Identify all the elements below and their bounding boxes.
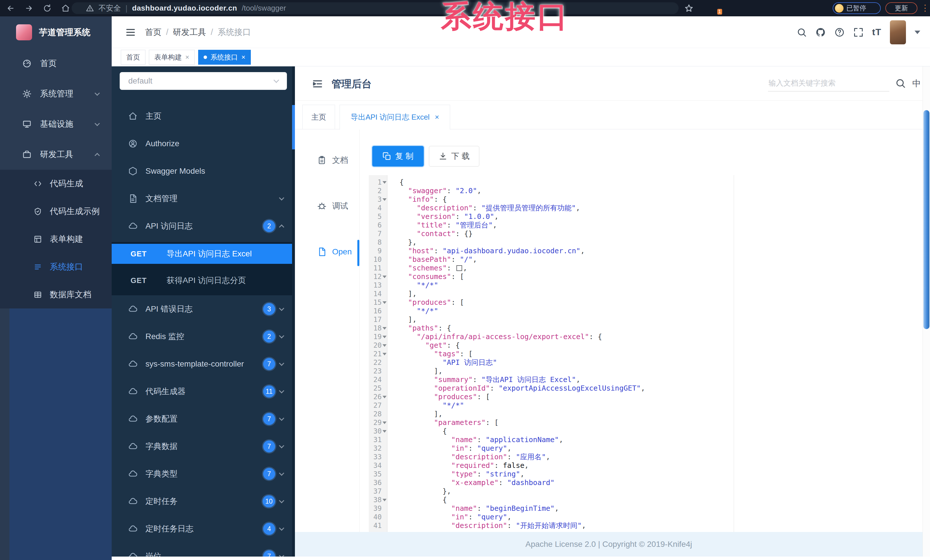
browser-update-button[interactable]: 更新 [885,2,918,14]
code-line: 33 "description": "应用名", [369,453,922,461]
browser-menu-icon[interactable]: ⋮ [921,3,929,13]
doc-search-input[interactable] [768,75,889,91]
github-icon[interactable] [816,27,826,37]
tagview-tab[interactable]: 系统接口 × [198,50,251,64]
fold-arrow-icon[interactable] [383,327,386,330]
api-group-value: default [128,77,152,86]
breadcrumb-item[interactable]: 研发工具 / [173,27,218,38]
fold-arrow-icon[interactable] [383,353,386,355]
font-size-icon[interactable]: tT [872,27,881,37]
fold-arrow-icon[interactable] [383,301,386,304]
extension-icon[interactable] [776,3,786,13]
extension-icon[interactable] [727,3,736,13]
sidebar-subitem[interactable]: 代码生成 [0,170,112,198]
api-controller-group[interactable]: 定时任务日志 4 [112,515,295,543]
extension-icon[interactable]: 1 [710,3,720,13]
sidebar-subitem[interactable]: 表单构建 [0,225,112,253]
copy-button[interactable]: 复 制 [372,146,424,167]
sidebar-submenu: 代码生成 代码生成示例 表单构建 系统接口 数据库文档 [0,170,112,308]
doc-tab[interactable]: 导出API 访问日志 Excel× [340,105,450,130]
api-controller-group[interactable]: 代码生成器 11 [112,378,295,405]
controller-cloud-icon [128,497,137,506]
api-group-select[interactable]: default [120,72,287,90]
breadcrumb-separator: / [166,28,168,37]
breadcrumb-item[interactable]: 系统接口 [218,27,251,38]
tag-close-icon[interactable]: × [242,53,245,61]
api-menu-item-label: Swagger Models [145,167,205,176]
profile-paused-button[interactable]: 已暂停 [833,2,881,14]
fold-arrow-icon[interactable] [383,336,386,338]
fullscreen-icon[interactable] [853,27,864,37]
api-controller-group[interactable]: 参数配置 7 [112,405,295,433]
doc-tab-close-icon[interactable]: × [435,113,439,121]
fold-arrow-icon[interactable] [383,276,386,278]
tagview-tab[interactable]: 首页 [121,50,145,64]
sidebar-item[interactable]: 系统管理 [0,79,112,109]
api-controller-group[interactable]: Redis 监控 2 [112,323,295,350]
api-menu-item-label: 文档管理 [145,193,177,204]
api-menu-item[interactable]: Authorize [112,130,295,157]
page-scrollbar[interactable] [922,66,930,557]
api-menu-item[interactable]: 主页 [112,103,295,130]
sidebar-collapse-icon[interactable] [125,27,136,38]
doc-tab[interactable]: 主页 [302,105,335,129]
api-controller-group[interactable]: sys-sms-template-controller 7 [112,350,295,378]
tagview-tab[interactable]: 表单构建 × [149,50,195,64]
extension-icon[interactable] [810,3,819,13]
page-scroll-thumb[interactable] [924,110,929,329]
breadcrumb-item[interactable]: 首页 / [145,27,173,38]
api-sidebar-scroll-thumb[interactable] [292,105,295,149]
sidebar-item[interactable]: 基础设施 [0,109,112,140]
extension-icon[interactable] [743,3,753,13]
fold-arrow-icon[interactable] [383,181,386,184]
json-code-editor[interactable]: 1{2 "swagger": "2.0",3 "info": {4 "descr… [369,175,922,532]
api-controller-group[interactable]: 定时任务 10 [112,488,295,515]
api-menu-item[interactable]: 文档管理 [112,185,295,212]
app-logo[interactable]: 芋道管理系统 [0,16,112,48]
doc-search-icon[interactable] [895,78,906,89]
sidebar-item[interactable]: 研发工具 [0,140,112,170]
tag-close-icon[interactable]: × [185,53,189,61]
code-line: 29 "parameters": [ [369,418,922,427]
fold-arrow-icon[interactable] [383,198,386,201]
api-menu-item[interactable]: Swagger Models [112,157,295,185]
api-operation[interactable]: GET获得API 访问日志分页 [112,270,295,291]
api-controller-group[interactable]: API 错误日志 3 [112,295,295,323]
controller-label: sys-sms-template-controller [145,359,244,368]
sidebar-subitem[interactable]: 系统接口 [0,253,112,281]
sidebar-item[interactable]: 首页 [0,48,112,79]
user-menu-caret-icon[interactable] [915,31,920,34]
help-icon[interactable] [835,27,845,37]
api-sidebar-scrollbar[interactable] [292,66,295,557]
fold-arrow-icon[interactable] [383,430,386,433]
chevron-icon [279,525,284,531]
sidebar-subitem-icon [34,291,42,299]
user-avatar[interactable] [890,20,906,44]
sidebar-item-label: 研发工具 [40,149,73,160]
header-search-icon[interactable] [796,27,807,37]
api-menu-item[interactable]: API 访问日志 2 [112,212,295,240]
api-operation[interactable]: GET导出API 访问日志 Excel [112,244,295,264]
sidebar-subitem-icon [34,235,42,243]
api-controller-group[interactable]: 字典数据 7 [112,433,295,460]
fold-arrow-icon[interactable] [383,344,386,347]
fold-arrow-icon[interactable] [383,422,386,424]
api-controller-group[interactable]: 岗位 7 [112,543,295,557]
download-button[interactable]: 下 载 [429,146,479,167]
extension-icon[interactable] [760,3,770,13]
code-line: 13 "*/*" [369,281,922,290]
fold-arrow-icon[interactable] [383,396,386,398]
api-controller-group[interactable]: 字典类型 7 [112,460,295,488]
sidebar-subitem[interactable]: 数据库文档 [0,281,112,308]
language-icon[interactable]: 中 [912,78,921,90]
sidebar-subitem[interactable]: 代码生成示例 [0,198,112,225]
fold-arrow-icon[interactable] [383,499,386,501]
doc-nav-调试[interactable]: 调试 [295,193,359,219]
doc-collapse-icon[interactable] [311,78,323,90]
doc-nav-文档[interactable]: 文档 [295,147,359,173]
controller-label: 定时任务日志 [145,523,194,534]
bookmark-star-icon[interactable] [684,4,693,13]
doc-nav-Open[interactable]: Open [295,239,359,265]
extension-icon[interactable] [793,3,803,13]
doc-nav-active-indicator [357,240,359,266]
